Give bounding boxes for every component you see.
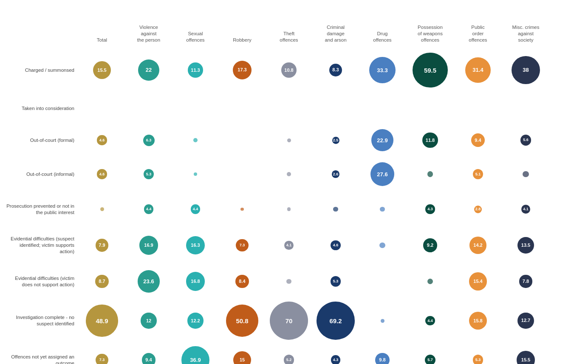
bubble-5-2: 16.3 — [186, 236, 204, 254]
col-header-criminal: Criminal damage and arson — [312, 8, 359, 47]
data-cell-8-2: 36.9 — [172, 342, 219, 364]
bubble-2-6: 22.9 — [371, 129, 393, 151]
data-cell-1-0 — [79, 93, 125, 123]
data-cell-6-2: 16.8 — [172, 263, 219, 299]
bubble-7-8: 15.8 — [469, 312, 487, 330]
data-cell-4-4 — [266, 191, 312, 227]
row-label-1: Taken into consideration — [4, 93, 79, 123]
bubble-2-1: 6.3 — [143, 135, 155, 146]
bubble-8-7: 5.7 — [425, 355, 436, 364]
data-cell-7-5: 69.2 — [312, 299, 359, 342]
bubble-0-8: 31.4 — [465, 57, 491, 83]
data-cell-2-9: 5.6 — [501, 123, 550, 157]
bubble-3-7 — [427, 171, 433, 177]
data-cell-5-6 — [359, 227, 406, 263]
row-labels: Charged / summonsedTaken into considerat… — [4, 8, 79, 364]
col-header-drug: Drug offences — [359, 8, 406, 47]
data-cell-1-3 — [219, 93, 266, 123]
bubble-6-3: 8.4 — [235, 275, 249, 288]
bubble-0-0: 15.5 — [93, 61, 111, 79]
data-cell-5-5: 4.6 — [312, 227, 359, 263]
data-cell-7-4: 70 — [266, 299, 312, 342]
row-label-8: Offences not yet assigned an outcome — [4, 342, 79, 364]
bubble-3-2 — [194, 172, 197, 176]
bubble-6-5: 5.3 — [331, 276, 341, 287]
col-header-weapons: Possession of weapons offences — [406, 8, 455, 47]
data-cell-0-7: 59.5 — [406, 47, 455, 93]
data-cell-3-3 — [219, 157, 266, 191]
data-cell-8-4: 5.2 — [266, 342, 312, 364]
bubble-3-9 — [523, 171, 529, 177]
bubble-7-0: 48.9 — [86, 305, 118, 336]
data-cell-5-9: 13.5 — [501, 227, 550, 263]
data-cell-8-0: 7.3 — [79, 342, 125, 364]
data-cell-6-1: 23.6 — [125, 263, 172, 299]
data-row-6: 8.723.616.88.45.315.47.8 — [79, 263, 584, 299]
bubble-3-6: 27.6 — [370, 162, 395, 186]
data-cell-0-3: 17.3 — [219, 47, 266, 93]
bubble-5-8: 14.2 — [469, 237, 487, 254]
col-header-public: Public order offences — [455, 8, 501, 47]
data-cell-4-6 — [359, 191, 406, 227]
data-cell-4-1: 4.4 — [125, 191, 172, 227]
col-headers: TotalViolence against the personSexual o… — [79, 8, 584, 47]
bubble-0-2: 11.3 — [188, 62, 203, 78]
bubble-4-6 — [380, 207, 385, 212]
bubble-2-4 — [287, 138, 291, 142]
data-cell-8-9: 15.5 — [501, 342, 550, 364]
data-cell-0-2: 11.3 — [172, 47, 219, 93]
bubble-3-8: 5.1 — [473, 169, 483, 179]
data-cell-2-3 — [219, 123, 266, 157]
bubble-8-9: 15.5 — [517, 351, 534, 364]
chart-container: Charged / summonsedTaken into considerat… — [0, 0, 588, 364]
bubble-6-0: 8.7 — [95, 275, 109, 288]
bubble-4-9: 4.1 — [521, 205, 531, 214]
bubble-2-2 — [193, 138, 198, 142]
data-row-1 — [79, 93, 584, 123]
col-header-violence: Violence against the person — [125, 8, 172, 47]
bubble-7-1: 12 — [141, 313, 156, 328]
data-cell-7-9: 12.7 — [501, 299, 550, 342]
data-cell-1-2 — [172, 93, 219, 123]
data-cell-6-4 — [266, 263, 312, 299]
data-cell-2-2 — [172, 123, 219, 157]
bubble-8-1: 9.4 — [142, 353, 156, 364]
bubble-5-4: 4.1 — [284, 241, 294, 250]
bubble-7-5: 69.2 — [317, 302, 354, 339]
data-cell-2-1: 6.3 — [125, 123, 172, 157]
data-row-8: 7.39.436.9155.24.39.85.75.315.5 — [79, 342, 584, 364]
data-cell-7-7: 4.4 — [406, 299, 455, 342]
data-row-2: 4.66.32.522.911.89.45.6 — [79, 123, 584, 157]
bubble-0-5: 8.3 — [329, 64, 342, 77]
data-cell-3-9 — [501, 157, 550, 191]
bubble-4-0 — [100, 207, 104, 211]
bubble-0-3: 17.3 — [233, 61, 252, 80]
bubble-0-4: 10.8 — [281, 62, 296, 77]
bubble-4-4 — [287, 207, 291, 211]
row-label-4: Prosecution prevented or not in the publ… — [4, 191, 79, 227]
bubble-8-2: 36.9 — [181, 346, 209, 364]
data-cell-3-4 — [266, 157, 312, 191]
data-cell-3-8: 5.1 — [455, 157, 501, 191]
bubble-7-4: 70 — [270, 302, 308, 340]
data-cell-8-8: 5.3 — [455, 342, 501, 364]
data-cell-0-1: 22 — [125, 47, 172, 93]
data-cell-4-2: 4.4 — [172, 191, 219, 227]
data-cell-4-3 — [219, 191, 266, 227]
data-cell-6-5: 5.3 — [312, 263, 359, 299]
bubble-5-1: 16.9 — [139, 236, 158, 254]
bubble-6-7 — [427, 279, 433, 284]
bubble-5-5: 4.6 — [331, 240, 340, 250]
row-label-3: Out-of-court (informal) — [4, 157, 79, 191]
bubble-5-6 — [379, 243, 385, 248]
bubble-6-9: 7.8 — [519, 275, 532, 288]
data-cell-0-9: 38 — [501, 47, 550, 93]
col-header-sexual: Sexual offences — [172, 8, 219, 47]
grid-area: TotalViolence against the personSexual o… — [79, 8, 584, 364]
data-cell-7-8: 15.8 — [455, 299, 501, 342]
row-label-6: Evidential difficulties (victim does not… — [4, 263, 79, 299]
bubble-2-9: 5.6 — [520, 135, 531, 145]
bubble-3-1: 5.3 — [144, 169, 154, 180]
data-cell-0-0: 15.5 — [79, 47, 125, 93]
bubble-8-4: 5.2 — [284, 355, 294, 364]
